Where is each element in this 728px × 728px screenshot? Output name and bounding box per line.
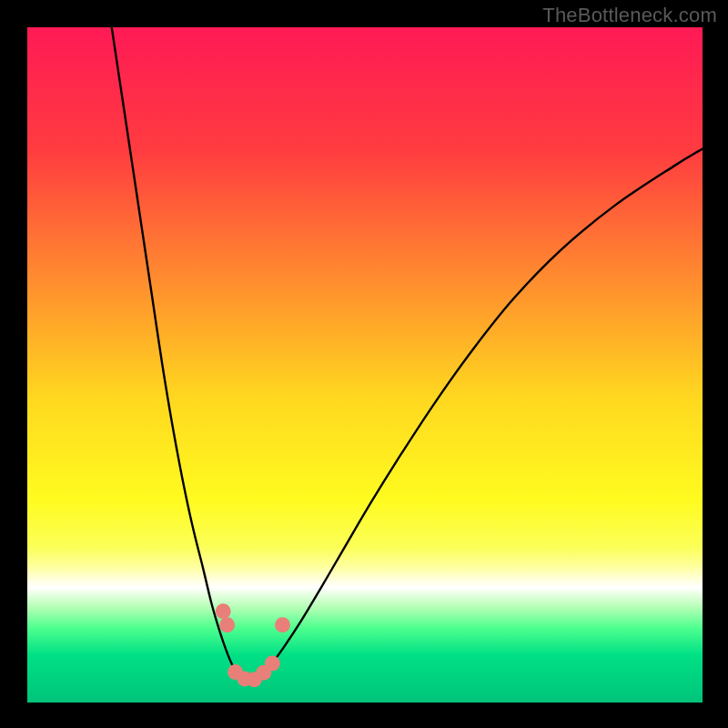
marker-right-isolated <box>275 617 290 632</box>
chart-canvas <box>0 0 728 728</box>
plot-background <box>27 27 703 703</box>
marker-valley-5 <box>265 655 280 671</box>
marker-left-cluster-lower <box>219 617 235 632</box>
watermark-text: TheBottleneck.com <box>542 4 717 27</box>
marker-left-cluster-upper <box>216 603 231 619</box>
